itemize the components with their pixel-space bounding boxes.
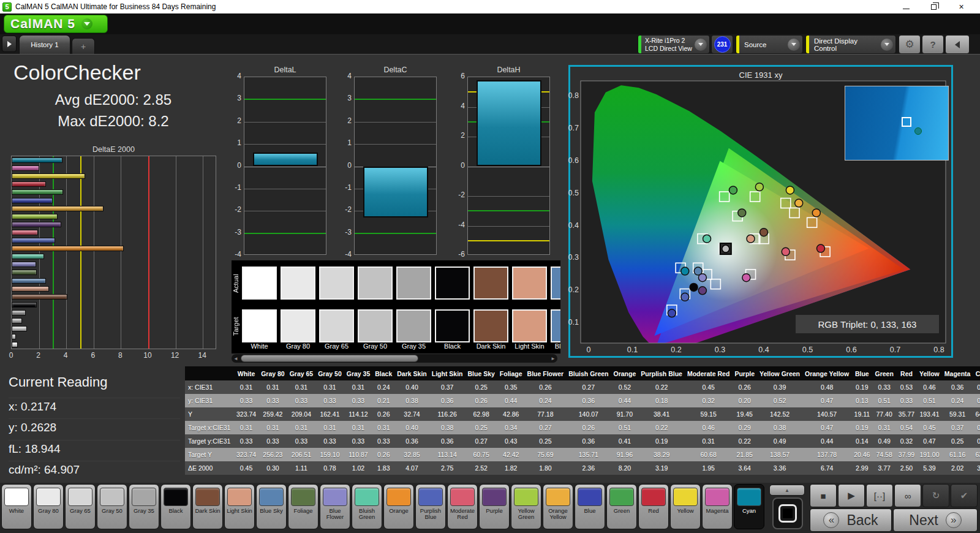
patch-button-bluish-green[interactable]: Bluish Green [352,484,382,529]
source-dropdown[interactable]: Source [736,35,803,54]
reference-line [148,156,149,349]
gridline [468,196,549,197]
measured-point [816,244,824,252]
table-cell: 0.26 [732,380,757,394]
patch-button-label: Green [607,508,637,514]
continuous-read-button[interactable]: ∞ [894,484,921,507]
meter-count-button[interactable]: 231 [711,35,733,54]
table-cell: 0.45 [234,461,258,475]
patch-button-gray-50[interactable]: Gray 50 [97,484,127,529]
patch-button-dark-skin[interactable]: Dark Skin [192,484,223,529]
reference-line [355,233,436,234]
scroll-left-icon[interactable]: ◄ [232,356,240,361]
logo-dropdown-icon[interactable] [81,18,92,29]
actual-swatch [473,266,508,300]
table-cell: 0.33 [896,394,917,407]
table-cell: 0.33 [315,434,344,448]
axis-tick-label: 3 [347,94,352,102]
patch-button-green[interactable]: Green [606,484,637,529]
measured-point [755,183,763,191]
scrollbar-thumb[interactable] [241,355,418,362]
patch-button-gray-80[interactable]: Gray 80 [33,484,64,529]
table-cell: 0.51 [872,394,895,407]
meter-count-badge: 231 [714,36,731,53]
scroll-right-icon[interactable]: ► [549,356,557,361]
chevron-down-icon[interactable] [788,39,800,51]
back-button[interactable]: « Back [810,508,892,532]
de2000-bar [12,189,63,195]
help-button[interactable]: ? [922,35,944,54]
patch-button-cyan[interactable]: Cyan [734,484,764,529]
table-row: Y323.74259.42209.04162.41114.120.2632.74… [185,407,980,421]
patch-button-magenta[interactable]: Magenta [702,484,733,529]
patch-button-foliage[interactable]: Foliage [288,484,318,529]
next-button[interactable]: Next » [893,508,978,532]
patch-name-label: Black [435,342,470,350]
cie-1931-panel[interactable]: CIE 1931 xy 0.10.20.30.40.50.60.70.8 00.… [568,65,953,358]
accept-button[interactable]: ✔ [951,484,978,507]
chevron-down-icon[interactable] [695,39,707,51]
patch-button-orange-yellow[interactable]: Orange Yellow [543,484,573,529]
close-button[interactable]: × [948,0,975,13]
chevron-down-icon[interactable] [881,39,893,51]
calman-logo-menu[interactable]: CalMAN 5 [4,15,108,33]
measured-point [782,248,790,255]
column-header: Purplish Blue [638,366,685,380]
column-header: Gray 50 [315,366,344,380]
table-cell: 0.33 [258,394,287,407]
inset-measured-point [914,127,922,135]
patch-button-light-skin[interactable]: Light Skin [224,484,255,529]
table-cell: 0.27 [465,434,497,448]
axis-tick-label: 8 [118,351,123,360]
tab-history-1[interactable]: History 1 [19,35,70,54]
table-cell: 8.20 [611,461,638,475]
table-cell: 0.31 [287,380,316,394]
column-header: Red [896,366,917,380]
axis-tick-label: 0.7 [890,346,900,354]
table-cell: 0.52 [757,394,802,407]
patch-button-orange[interactable]: Orange [383,484,414,529]
patch-button-gray-35[interactable]: Gray 35 [129,484,159,529]
patch-name-label: White [242,342,277,350]
de2000-bar [12,318,22,323]
patch-button-gray-65[interactable]: Gray 65 [65,484,96,529]
patch-button-yellow[interactable]: Yellow [670,484,701,529]
table-cell: 0.33 [287,394,316,407]
patch-button-black[interactable]: Black [160,484,191,529]
table-cell: 0.21 [973,421,980,434]
patch-button-blue[interactable]: Blue [575,484,605,529]
table-cell: 1.11 [287,461,316,475]
patch-button-blue-flower[interactable]: Blue Flower [320,484,350,529]
stop-button[interactable]: ■ [810,484,837,507]
display-control-dropdown[interactable]: Direct Display Control [805,35,896,54]
patch-button-yellow-green[interactable]: Yellow Green [511,484,541,529]
measurement-table: WhiteGray 80Gray 65Gray 50Gray 35BlackDa… [185,366,980,475]
refresh-button[interactable]: ↻ [922,484,949,507]
patch-button-purplish-blue[interactable]: Purplish Blue [415,484,446,529]
patch-button-blue-sky[interactable]: Blue Sky [256,484,287,529]
meter-dropdown[interactable]: X-Rite i1Pro 2 LCD Direct View [638,35,710,54]
play-button[interactable]: ▶ [838,484,865,507]
add-tab-button[interactable]: + [72,38,95,54]
tray-expand-button[interactable]: ▲ [769,485,805,496]
display-window-button[interactable] [772,497,803,529]
collapse-panel-button[interactable] [945,35,970,54]
workflow-expand-button[interactable] [2,36,17,52]
read-series-button[interactable]: [··] [866,484,893,507]
deltah-y-axis: 6420-2-4-6 [451,77,466,255]
patch-button-white[interactable]: White [1,484,32,529]
minimize-button[interactable] [892,0,920,13]
reference-line [468,210,549,211]
gridline [244,122,326,123]
table-cell: 0.31 [315,380,344,394]
patch-button-moderate-red[interactable]: Moderate Red [447,484,478,529]
compare-scrollbar[interactable]: ◄ ► [232,354,557,363]
patch-button-purple[interactable]: Purple [479,484,510,529]
patch-button-red[interactable]: Red [638,484,669,529]
reference-line [468,240,549,241]
restore-button[interactable] [920,0,948,13]
settings-button[interactable]: ⚙ [899,35,921,54]
column-header: Orange Yellow [802,366,851,380]
patch-swatch [100,488,124,506]
gridline [355,144,436,145]
